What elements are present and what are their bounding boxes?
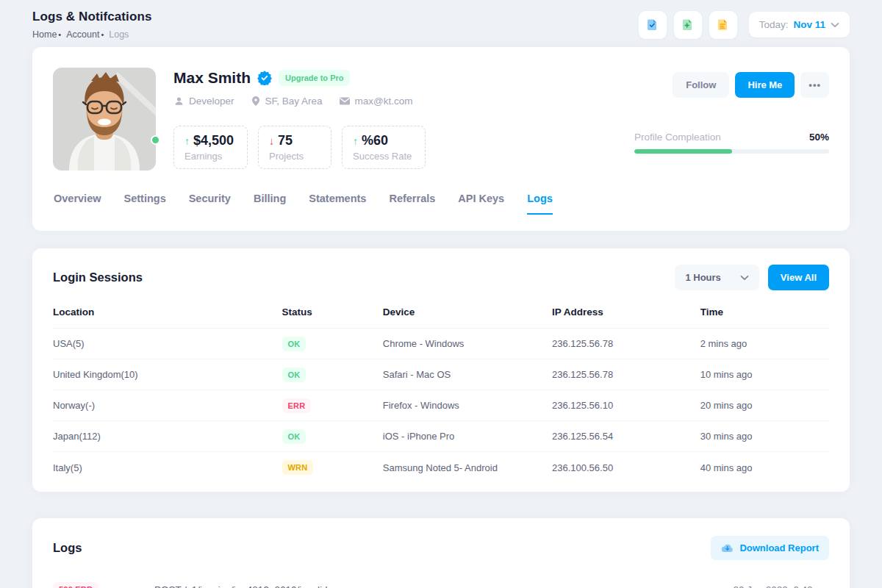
status-badge: OK bbox=[282, 429, 306, 444]
cell-location: Norway(-) bbox=[53, 400, 282, 411]
topbar: Logs & Notifcations Home Account Logs To… bbox=[0, 0, 882, 47]
trend-up-icon bbox=[184, 133, 190, 148]
cell-device: iOS - iPhone Pro bbox=[383, 431, 552, 442]
topbar-actions: Today: Nov 11 bbox=[639, 11, 850, 39]
table-row: United Kingdom(10) OK Safari - Mac OS 23… bbox=[53, 359, 829, 390]
avatar bbox=[53, 68, 156, 171]
page-title: Logs & Notifcations bbox=[32, 10, 151, 24]
more-options-button[interactable]: ••• bbox=[800, 72, 829, 98]
file-check-button[interactable] bbox=[639, 11, 667, 39]
verified-badge-icon bbox=[257, 71, 272, 85]
col-device: Device bbox=[383, 306, 552, 318]
tab-api-keys[interactable]: API Keys bbox=[458, 193, 504, 215]
table-row: Italy(5) WRN Samsung Noted 5- Android 23… bbox=[53, 452, 829, 483]
cell-device: Samsung Noted 5- Android bbox=[383, 462, 552, 473]
table-row: Norway(-) ERR Firefox - Windows 236.125.… bbox=[53, 390, 829, 421]
login-sessions-title: Login Sessions bbox=[53, 270, 143, 284]
status-badge: OK bbox=[282, 368, 306, 382]
profile-email: max@kt.com bbox=[339, 96, 413, 107]
log-date: 20 Jun 2022, 6:43 am bbox=[733, 584, 829, 588]
logs-card: Logs Download Report 500 ERR POST /v1/in… bbox=[32, 518, 850, 588]
cell-location: USA(5) bbox=[53, 338, 282, 349]
file-lines-button[interactable] bbox=[709, 11, 737, 39]
stat-earnings: $4,500 Earnings bbox=[173, 126, 248, 169]
avatar-image bbox=[53, 68, 156, 171]
profile-main: Max Smith Upgrade to Pro Developer bbox=[173, 68, 617, 171]
log-entry: 500 ERR POST /v1/invoice/in_4819_8610/in… bbox=[53, 582, 829, 588]
sessions-table-header: Location Status Device IP Address Time bbox=[53, 296, 829, 329]
breadcrumb-logs: Logs bbox=[109, 29, 129, 40]
cell-time: 40 mins ago bbox=[700, 462, 829, 473]
status-badge: WRN bbox=[282, 460, 314, 475]
chevron-down-icon bbox=[740, 275, 749, 281]
breadcrumb-home[interactable]: Home bbox=[32, 29, 66, 40]
profile-location: SF, Bay Area bbox=[251, 96, 323, 107]
col-time: Time bbox=[700, 306, 829, 318]
tab-billing[interactable]: Billing bbox=[254, 193, 286, 215]
profile-tabs: Overview Settings Security Billing State… bbox=[53, 193, 829, 215]
completion-percent: 50% bbox=[809, 132, 829, 143]
online-status-dot bbox=[151, 135, 160, 145]
cell-location: United Kingdom(10) bbox=[53, 369, 282, 380]
date-filter-label: Today: bbox=[759, 19, 789, 30]
profile-name: Max Smith bbox=[173, 69, 251, 87]
tab-settings[interactable]: Settings bbox=[124, 193, 166, 215]
completion-label: Profile Compleation bbox=[634, 132, 721, 143]
cell-time: 30 mins ago bbox=[700, 431, 829, 442]
cell-ip: 236.125.56.78 bbox=[552, 338, 700, 349]
stat-projects: 75 Projects bbox=[258, 126, 331, 169]
profile-completion: Profile Compleation 50% bbox=[634, 132, 829, 154]
cell-time: 10 mins ago bbox=[700, 369, 829, 380]
completion-progress-bar bbox=[634, 149, 829, 154]
cell-ip: 236.100.56.50 bbox=[552, 462, 700, 473]
breadcrumb-account[interactable]: Account bbox=[66, 29, 109, 40]
cell-location: Italy(5) bbox=[53, 462, 282, 473]
profile-card: Max Smith Upgrade to Pro Developer bbox=[32, 47, 850, 231]
cell-device: Firefox - Windows bbox=[383, 400, 552, 411]
cell-ip: 236.125.56.78 bbox=[552, 369, 700, 380]
status-badge: OK bbox=[282, 337, 306, 351]
tab-overview[interactable]: Overview bbox=[54, 193, 101, 215]
hours-filter-select[interactable]: 1 Hours bbox=[675, 265, 759, 290]
trend-up-icon bbox=[353, 133, 358, 148]
cell-location: Japan(112) bbox=[53, 431, 282, 442]
date-filter[interactable]: Today: Nov 11 bbox=[749, 12, 850, 37]
chevron-down-icon bbox=[831, 22, 839, 28]
cell-time: 2 mins ago bbox=[700, 338, 829, 349]
col-ip-address: IP Address bbox=[552, 306, 700, 318]
upgrade-to-pro-badge[interactable]: Upgrade to Pro bbox=[279, 70, 350, 86]
tab-logs[interactable]: Logs bbox=[527, 193, 553, 215]
date-filter-value: Nov 11 bbox=[793, 19, 825, 30]
cloud-download-icon bbox=[721, 543, 734, 553]
page-heading: Logs & Notifcations Home Account Logs bbox=[32, 10, 151, 40]
log-path: POST /v1/invoice/in_4819_8610/invalid bbox=[154, 584, 733, 588]
hire-me-button[interactable]: Hire Me bbox=[735, 72, 795, 98]
cell-device: Chrome - Windows bbox=[383, 338, 552, 349]
table-row: Japan(112) OK iOS - iPhone Pro 236.125.5… bbox=[53, 421, 829, 452]
tab-referrals[interactable]: Referrals bbox=[389, 193, 435, 215]
log-status-badge: 500 ERR bbox=[53, 582, 98, 588]
view-all-button[interactable]: View All bbox=[768, 265, 829, 290]
logs-title: Logs bbox=[53, 541, 82, 555]
cell-ip: 236.125.56.10 bbox=[552, 400, 700, 411]
login-sessions-card: Login Sessions 1 Hours View All Location… bbox=[32, 248, 850, 492]
completion-fill bbox=[634, 149, 732, 154]
col-location: Location bbox=[53, 306, 282, 318]
table-row: USA(5) OK Chrome - Windows 236.125.56.78… bbox=[53, 329, 829, 359]
user-icon bbox=[173, 96, 184, 107]
tab-security[interactable]: Security bbox=[189, 193, 231, 215]
follow-button[interactable]: Follow bbox=[673, 72, 729, 98]
file-plus-button[interactable] bbox=[674, 11, 702, 39]
profile-meta: Developer SF, Bay Area max@kt.com bbox=[173, 96, 617, 107]
download-report-button[interactable]: Download Report bbox=[711, 536, 829, 560]
profile-role: Developer bbox=[173, 96, 234, 107]
trend-down-icon bbox=[269, 133, 274, 148]
col-status: Status bbox=[282, 306, 383, 318]
tab-statements[interactable]: Statements bbox=[309, 193, 366, 215]
file-lines-icon bbox=[716, 18, 730, 32]
cell-time: 20 mins ago bbox=[700, 400, 829, 411]
cell-device: Safari - Mac OS bbox=[383, 369, 552, 380]
cell-ip: 236.125.56.54 bbox=[552, 431, 700, 442]
status-badge: ERR bbox=[282, 398, 312, 413]
location-pin-icon bbox=[251, 96, 261, 107]
